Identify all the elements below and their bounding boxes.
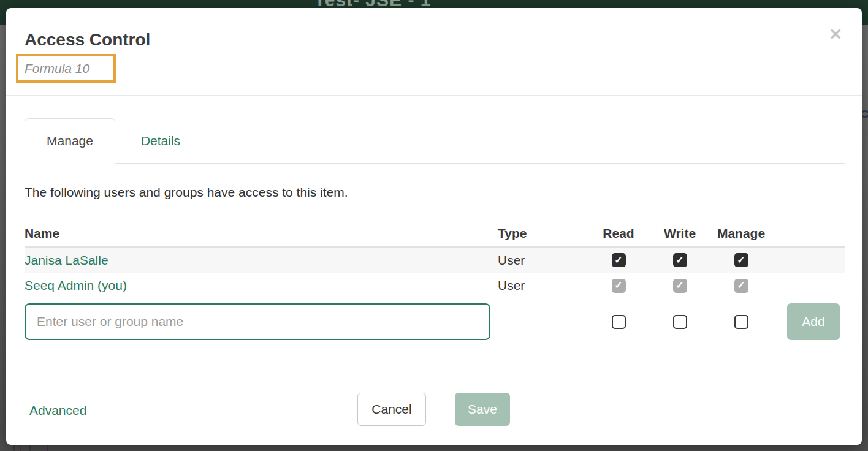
check-icon: ✓ [676,256,683,265]
column-header-type: Type [498,226,588,241]
tab-bar: Manage Details [25,118,845,164]
screen: Test- JSE - 1 ✕ Access Control Formula 1… [0,0,868,451]
permissions-table: Name Type Read Write Manage Janisa LaSal… [25,221,845,345]
user-link[interactable]: Janisa LaSalle [25,253,108,267]
advanced-link[interactable]: Advanced [29,403,86,418]
item-name-subtitle: Formula 10 [25,61,89,76]
user-link[interactable]: Seeq Admin (you) [25,278,127,292]
column-header-name: Name [25,226,498,241]
table-header-row: Name Type Read Write Manage [25,221,845,248]
write-checkbox[interactable]: ✓ [673,253,687,267]
manage-checkbox: ✓ [734,279,748,293]
save-button[interactable]: Save [455,393,510,426]
user-type: User [498,253,588,268]
check-icon: ✓ [614,256,622,265]
cancel-button[interactable]: Cancel [357,393,426,426]
access-control-dialog: ✕ Access Control Formula 10 Manage Detai… [6,8,862,445]
add-user-row: ✓ ✓ ✓ Add [25,298,845,345]
tab-manage[interactable]: Manage [25,118,115,164]
check-icon: ✓ [614,281,622,290]
read-checkbox[interactable]: ✓ [612,315,626,329]
manage-checkbox[interactable]: ✓ [734,315,748,329]
column-header-read: Read [603,226,634,241]
tab-details[interactable]: Details [115,118,206,164]
manage-checkbox[interactable]: ✓ [734,253,748,267]
user-search-input[interactable] [25,303,490,340]
add-button[interactable]: Add [787,303,840,340]
column-header-manage: Manage [717,226,765,241]
read-checkbox: ✓ [612,279,626,293]
access-description: The following users and groups have acce… [25,185,348,200]
user-type: User [498,278,588,293]
check-icon: ✓ [737,281,745,290]
check-icon: ✓ [676,281,683,290]
read-checkbox[interactable]: ✓ [612,253,626,267]
check-icon: ✓ [737,256,745,265]
write-checkbox[interactable]: ✓ [673,315,687,329]
close-icon[interactable]: ✕ [829,26,842,42]
column-header-write: Write [664,226,696,241]
dialog-title: Access Control [25,30,150,50]
table-row: Seeq Admin (you) User ✓ ✓ ✓ [25,273,845,298]
annotation-highlight-box: Formula 10 [16,54,116,83]
write-checkbox: ✓ [673,279,687,293]
header-divider [6,95,862,96]
table-row: Janisa LaSalle User ✓ ✓ ✓ [25,248,845,273]
